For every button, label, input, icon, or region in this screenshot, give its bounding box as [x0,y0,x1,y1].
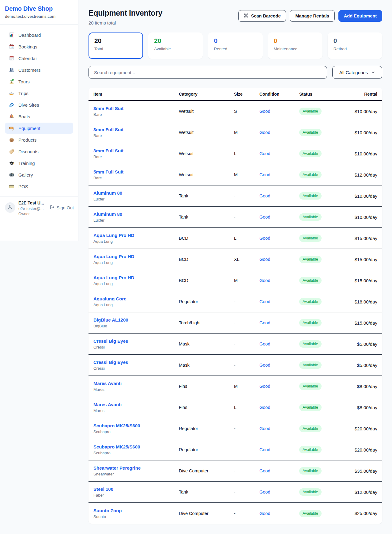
sidebar-item-bookings[interactable]: 17Bookings [5,41,73,52]
item-link[interactable]: Aqua Lung Pro HD [93,275,134,280]
sidebar-item-products[interactable]: Products [5,134,73,145]
condition-link[interactable]: Good [259,320,270,325]
condition-cell: Good [259,257,299,262]
add-equipment-button[interactable]: Add Equipment [338,10,382,22]
sidebar-item-tours[interactable]: Tours [5,76,73,87]
condition-link[interactable]: Good [259,151,270,156]
stat-card-rented[interactable]: 0Rented [208,32,262,59]
main-content: Equipment Inventory 20 items total Scan … [78,0,392,534]
sidebar-item-dive-sites[interactable]: Dive Sites [5,99,73,110]
item-link[interactable]: Aluminum 80 [93,190,122,196]
stat-label: Retired [334,47,376,51]
item-link[interactable]: Mares Avanti [93,381,122,386]
item-category: Tank [179,193,234,198]
condition-link[interactable]: Good [259,405,270,410]
status-badge: Available [299,319,322,326]
scan-barcode-button[interactable]: Scan Barcode [238,10,286,22]
item-link[interactable]: Suunto Zoop [93,508,122,513]
stat-card-maintenance[interactable]: 0Maintenance [268,32,322,59]
user-name: E2E Test U... [18,200,47,205]
status-badge: Available [299,213,322,221]
item-cell: 3mm Full SuitBare [93,127,179,138]
status-cell: Available [299,510,345,517]
item-link[interactable]: Aluminum 80 [93,212,122,217]
manage-rentals-button[interactable]: Manage Rentals [290,10,334,22]
condition-link[interactable]: Good [259,193,270,198]
condition-link[interactable]: Good [259,257,270,262]
sidebar-item-label: Boats [18,114,30,119]
item-link[interactable]: Scubapro MK25/S600 [93,423,140,428]
item-brand: Shearwater [93,472,179,476]
condition-link[interactable]: Good [259,109,270,114]
item-link[interactable]: Cressi Big Eyes [93,360,128,365]
table-row: BigBlue AL1200BigBlueTorch/Light-GoodAva… [89,312,382,334]
condition-link[interactable]: Good [259,426,270,431]
item-link[interactable]: BigBlue AL1200 [93,317,128,322]
item-brand: Scubapro [93,451,179,455]
item-rental: $10.00/day [345,130,377,135]
condition-link[interactable]: Good [259,447,270,452]
condition-link[interactable]: Good [259,341,270,346]
item-cell: Aqualung CoreAqua Lung [93,296,179,307]
stat-card-total[interactable]: 20Total [89,32,143,59]
item-link[interactable]: Scubapro MK25/S600 [93,444,140,449]
item-category: Torch/Light [179,320,234,325]
logout-icon [50,205,55,211]
condition-link[interactable]: Good [259,278,270,283]
sidebar-item-trips[interactable]: Trips [5,88,73,99]
condition-cell: Good [259,236,299,241]
sidebar-item-customers[interactable]: Customers [5,64,73,75]
condition-link[interactable]: Good [259,511,270,516]
status-cell: Available [299,129,345,136]
condition-link[interactable]: Good [259,236,270,241]
item-link[interactable]: Steel 100 [93,486,113,492]
category-select-value: All Categories [339,70,368,75]
avatar [5,202,15,213]
item-cell: BigBlue AL1200BigBlue [93,317,179,328]
sidebar-item-training[interactable]: Training [5,158,73,169]
sidebar-item-pos[interactable]: POS [5,181,73,192]
item-cell: Mares AvantiMares [93,402,179,413]
sidebar-item-gallery[interactable]: Gallery [5,169,73,180]
sidebar-item-boats[interactable]: Boats [5,111,73,122]
status-cell: Available [299,404,345,411]
search-input[interactable] [89,66,327,79]
stat-label: Maintenance [274,47,317,51]
stat-card-available[interactable]: 20Available [148,32,203,59]
item-link[interactable]: Shearwater Peregrine [93,465,141,471]
sidebar-item-equipment[interactable]: Equipment [5,123,73,134]
category-select[interactable]: All Categories [332,66,382,79]
item-link[interactable]: 3mm Full Suit [93,127,123,132]
item-link[interactable]: Aqualung Core [93,296,126,301]
condition-cell: Good [259,341,299,346]
condition-cell: Good [259,151,299,156]
status-cell: Available [299,235,345,242]
sidebar-item-dashboard[interactable]: Dashboard [5,29,73,40]
condition-link[interactable]: Good [259,468,270,473]
item-link[interactable]: 3mm Full Suit [93,106,123,111]
item-link[interactable]: 5mm Full Suit [93,169,123,174]
condition-link[interactable]: Good [259,299,270,304]
item-brand: Cressi [93,366,179,371]
sign-out-button[interactable]: Sign Out [50,205,74,211]
item-rental: $15.00/day [345,278,377,283]
status-cell: Available [299,467,345,475]
item-rental: $10.00/day [345,151,377,156]
condition-link[interactable]: Good [259,384,270,389]
stat-card-retired[interactable]: 0Retired [328,32,382,59]
item-link[interactable]: Mares Avanti [93,402,122,407]
sidebar-item-calendar[interactable]: Calendar [5,53,73,64]
condition-link[interactable]: Good [259,130,270,135]
item-rental: $20.00/day [345,447,377,452]
item-link[interactable]: Aqua Lung Pro HD [93,233,134,238]
item-link[interactable]: 3mm Full Suit [93,148,123,153]
item-link[interactable]: Aqua Lung Pro HD [93,254,134,259]
sidebar-item-discounts[interactable]: Discounts [5,146,73,157]
item-link[interactable]: Cressi Big Eyes [93,338,128,344]
condition-link[interactable]: Good [259,363,270,368]
condition-link[interactable]: Good [259,215,270,219]
item-brand: Aqua Lung [93,260,179,265]
condition-link[interactable]: Good [259,490,270,494]
condition-link[interactable]: Good [259,172,270,177]
item-category: Regulator [179,447,234,452]
